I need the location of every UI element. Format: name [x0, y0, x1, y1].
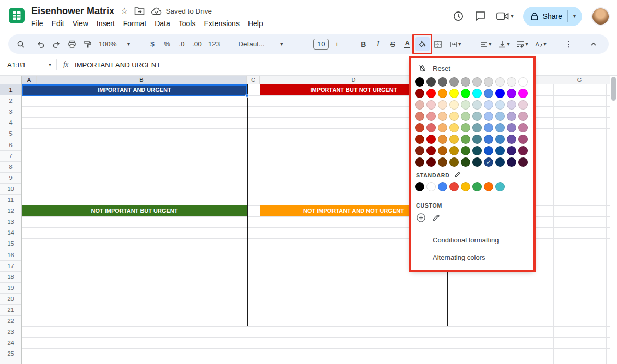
eyedropper-button[interactable]: [431, 213, 441, 223]
color-swatch[interactable]: [449, 77, 459, 87]
color-swatch[interactable]: [472, 157, 482, 167]
color-swatch[interactable]: [472, 135, 482, 144]
color-swatch[interactable]: [507, 157, 516, 167]
vertical-scrollbar[interactable]: [610, 76, 617, 364]
standard-color-swatch[interactable]: [415, 182, 424, 191]
menu-view[interactable]: View: [68, 18, 92, 29]
row-header-2[interactable]: 2: [0, 95, 21, 106]
rotation-caret-icon[interactable]: ▾: [543, 42, 546, 47]
valign-caret-icon[interactable]: ▾: [507, 42, 509, 47]
vertical-align-button[interactable]: ▾: [495, 37, 512, 51]
cell-important-and-urgent[interactable]: IMPORTANT AND URGENT: [22, 84, 247, 95]
color-swatch[interactable]: [507, 146, 516, 155]
color-swatch[interactable]: [507, 100, 516, 110]
color-swatch[interactable]: [484, 100, 493, 110]
color-swatch[interactable]: [518, 77, 528, 87]
menu-file[interactable]: File: [27, 18, 48, 29]
menu-edit[interactable]: Edit: [48, 18, 68, 29]
color-swatch[interactable]: [426, 100, 436, 110]
color-swatch-selected[interactable]: ✓: [484, 157, 493, 167]
standard-color-swatch[interactable]: [495, 182, 505, 191]
color-swatch[interactable]: [495, 135, 505, 144]
color-swatch[interactable]: [507, 77, 516, 87]
edit-colors-pencil-icon[interactable]: [454, 171, 461, 179]
sheets-logo[interactable]: [9, 8, 25, 23]
color-swatch[interactable]: [461, 89, 470, 98]
menu-help[interactable]: Help: [244, 18, 267, 29]
menu-tools[interactable]: Tools: [174, 18, 200, 29]
color-swatch[interactable]: [438, 77, 447, 87]
font-select[interactable]: Defaul...▾: [235, 37, 286, 51]
row-header-7[interactable]: 7: [0, 151, 21, 162]
row-header-6[interactable]: 6: [0, 140, 21, 151]
borders-button[interactable]: [431, 37, 445, 51]
color-swatch[interactable]: [415, 146, 424, 155]
color-swatch[interactable]: [518, 135, 528, 144]
cell-not-important-but-urgent[interactable]: NOT IMPORTANT BUT URGENT: [22, 205, 247, 216]
avatar[interactable]: [591, 7, 610, 26]
increase-font-size-button[interactable]: +: [330, 37, 343, 51]
color-swatch[interactable]: [461, 100, 470, 110]
color-swatch[interactable]: [495, 77, 505, 87]
color-swatch[interactable]: [518, 112, 528, 121]
paint-format-button[interactable]: [80, 37, 95, 51]
color-swatch[interactable]: [518, 100, 528, 110]
color-swatch[interactable]: [507, 135, 516, 144]
saved-status[interactable]: Saved to Drive: [151, 7, 212, 15]
column-header-c[interactable]: C: [247, 76, 260, 84]
color-swatch[interactable]: [472, 112, 482, 121]
share-caret-icon[interactable]: ▾: [573, 14, 576, 19]
color-swatch[interactable]: [449, 146, 459, 155]
row-header-14[interactable]: 14: [0, 227, 21, 238]
color-swatch[interactable]: [518, 157, 528, 167]
menu-extensions[interactable]: Extensions: [199, 18, 243, 29]
color-swatch[interactable]: [495, 89, 505, 98]
row-header-19[interactable]: 19: [0, 283, 21, 294]
color-swatch[interactable]: [461, 135, 470, 144]
color-swatch[interactable]: [518, 89, 528, 98]
color-swatch[interactable]: [484, 112, 493, 121]
select-all-corner[interactable]: [0, 76, 22, 84]
standard-color-swatch[interactable]: [484, 182, 493, 191]
color-swatch[interactable]: [518, 146, 528, 155]
row-header-4[interactable]: 4: [0, 117, 21, 128]
color-swatch[interactable]: [426, 146, 436, 155]
color-swatch[interactable]: [415, 100, 424, 110]
undo-button[interactable]: [33, 37, 48, 51]
comments-button[interactable]: [474, 10, 487, 22]
color-swatch[interactable]: [449, 100, 459, 110]
color-swatch[interactable]: [438, 123, 447, 132]
row-header-1[interactable]: 1: [0, 84, 21, 95]
color-swatch[interactable]: [507, 112, 516, 121]
row-header-23[interactable]: 23: [0, 326, 21, 337]
color-swatch[interactable]: [415, 89, 424, 98]
color-swatch[interactable]: [426, 123, 436, 132]
color-swatch[interactable]: [472, 146, 482, 155]
color-swatch[interactable]: [449, 135, 459, 144]
menu-insert[interactable]: Insert: [92, 18, 119, 29]
increase-decimal-button[interactable]: .00: [189, 37, 205, 51]
standard-color-swatch[interactable]: [461, 182, 470, 191]
column-header-b[interactable]: B: [37, 76, 247, 84]
print-button[interactable]: [65, 37, 79, 51]
alternating-colors-item[interactable]: Alternating colors: [411, 249, 533, 266]
color-swatch[interactable]: [472, 77, 482, 87]
row-header-21[interactable]: 21: [0, 305, 21, 316]
row-header-13[interactable]: 13: [0, 216, 21, 227]
color-swatch[interactable]: [518, 123, 528, 132]
color-swatch[interactable]: [415, 77, 424, 87]
currency-format-button[interactable]: $: [146, 37, 159, 51]
number-format-button[interactable]: 123: [206, 37, 223, 51]
standard-color-swatch[interactable]: [426, 182, 436, 191]
row-header-18[interactable]: 18: [0, 272, 21, 283]
color-swatch[interactable]: [438, 89, 447, 98]
color-swatch[interactable]: [484, 89, 493, 98]
wrap-caret-icon[interactable]: ▾: [525, 42, 528, 47]
row-header-20[interactable]: 20: [0, 294, 21, 305]
row-header-24[interactable]: 24: [0, 337, 21, 348]
merge-cells-button[interactable]: ▾: [446, 37, 464, 51]
color-swatch[interactable]: [426, 89, 436, 98]
row-header-22[interactable]: 22: [0, 316, 21, 326]
color-swatch[interactable]: [495, 146, 505, 155]
color-swatch[interactable]: [426, 157, 436, 167]
